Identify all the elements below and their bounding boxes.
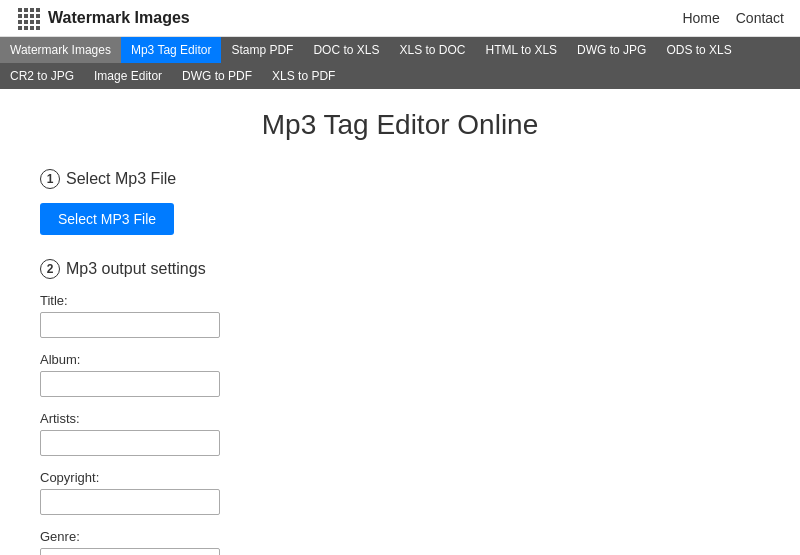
field-label-1: Album: bbox=[40, 352, 760, 367]
tab-doc-to-xls[interactable]: DOC to XLS bbox=[303, 37, 389, 63]
tab-xls-to-doc[interactable]: XLS to DOC bbox=[389, 37, 475, 63]
field-input-4[interactable] bbox=[40, 548, 220, 555]
nav-home[interactable]: Home bbox=[682, 10, 719, 26]
logo-area: Watermark Images bbox=[16, 6, 190, 30]
svg-rect-8 bbox=[18, 20, 22, 24]
page-title: Mp3 Tag Editor Online bbox=[40, 109, 760, 145]
select-mp3-button[interactable]: Select MP3 File bbox=[40, 203, 174, 235]
svg-rect-10 bbox=[30, 20, 34, 24]
svg-rect-12 bbox=[18, 26, 22, 30]
logo-icon bbox=[16, 6, 40, 30]
tab-xls-to-pdf[interactable]: XLS to PDF bbox=[262, 63, 345, 89]
step1-heading: 1 Select Mp3 File bbox=[40, 169, 760, 189]
svg-rect-1 bbox=[24, 8, 28, 12]
svg-rect-14 bbox=[30, 26, 34, 30]
main-content: Mp3 Tag Editor Online 1 Select Mp3 File … bbox=[0, 89, 800, 555]
form-group-4: Genre: bbox=[40, 529, 760, 555]
fields-container: Title:Album:Artists:Copyright:Genre:Year… bbox=[40, 293, 760, 555]
field-label-3: Copyright: bbox=[40, 470, 760, 485]
step2-num: 2 bbox=[40, 259, 60, 279]
field-input-3[interactable] bbox=[40, 489, 220, 515]
form-group-1: Album: bbox=[40, 352, 760, 397]
step2-heading: 2 Mp3 output settings bbox=[40, 259, 760, 279]
tab-cr2-to-jpg[interactable]: CR2 to JPG bbox=[0, 63, 84, 89]
field-label-0: Title: bbox=[40, 293, 760, 308]
tab-image-editor[interactable]: Image Editor bbox=[84, 63, 172, 89]
svg-rect-7 bbox=[36, 14, 40, 18]
logo-text: Watermark Images bbox=[48, 9, 190, 27]
svg-rect-13 bbox=[24, 26, 28, 30]
tab-watermark-images[interactable]: Watermark Images bbox=[0, 37, 121, 63]
nav-contact[interactable]: Contact bbox=[736, 10, 784, 26]
svg-rect-15 bbox=[36, 26, 40, 30]
header: Watermark Images Home Contact bbox=[0, 0, 800, 37]
form-group-2: Artists: bbox=[40, 411, 760, 456]
tab-dwg-to-jpg[interactable]: DWG to JPG bbox=[567, 37, 656, 63]
field-label-4: Genre: bbox=[40, 529, 760, 544]
svg-rect-5 bbox=[24, 14, 28, 18]
field-input-2[interactable] bbox=[40, 430, 220, 456]
field-label-2: Artists: bbox=[40, 411, 760, 426]
form-group-0: Title: bbox=[40, 293, 760, 338]
svg-rect-2 bbox=[30, 8, 34, 12]
step2-label: Mp3 output settings bbox=[66, 260, 206, 278]
tab-dwg-to-pdf[interactable]: DWG to PDF bbox=[172, 63, 262, 89]
svg-rect-4 bbox=[18, 14, 22, 18]
svg-rect-3 bbox=[36, 8, 40, 12]
step1-label: Select Mp3 File bbox=[66, 170, 176, 188]
form-group-3: Copyright: bbox=[40, 470, 760, 515]
tab-bar: Watermark ImagesMp3 Tag EditorStamp PDFD… bbox=[0, 37, 800, 89]
tab-stamp-pdf[interactable]: Stamp PDF bbox=[221, 37, 303, 63]
tab-ods-to-xls[interactable]: ODS to XLS bbox=[656, 37, 741, 63]
svg-rect-11 bbox=[36, 20, 40, 24]
field-input-1[interactable] bbox=[40, 371, 220, 397]
tab-mp3-tag-editor[interactable]: Mp3 Tag Editor bbox=[121, 37, 222, 63]
tab-html-to-xls[interactable]: HTML to XLS bbox=[476, 37, 568, 63]
svg-rect-9 bbox=[24, 20, 28, 24]
field-input-0[interactable] bbox=[40, 312, 220, 338]
svg-rect-6 bbox=[30, 14, 34, 18]
svg-rect-0 bbox=[18, 8, 22, 12]
nav-links: Home Contact bbox=[682, 10, 784, 26]
step1-num: 1 bbox=[40, 169, 60, 189]
